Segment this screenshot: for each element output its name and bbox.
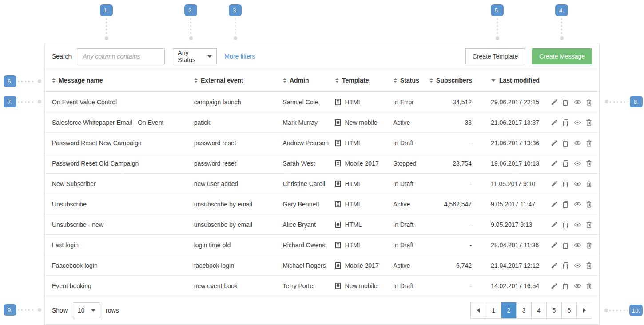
- template-name: HTML: [345, 139, 362, 147]
- cell-subscribers: -: [434, 242, 472, 249]
- preview-eye-icon[interactable]: [574, 201, 581, 208]
- duplicate-icon[interactable]: [562, 160, 569, 167]
- header-cell-message-name[interactable]: Message name: [52, 77, 194, 84]
- edit-icon[interactable]: [551, 282, 558, 289]
- duplicate-icon[interactable]: [562, 119, 569, 126]
- callout-dot: [105, 36, 108, 40]
- cell-status: Stopped: [393, 160, 434, 167]
- header-label: Last modified: [499, 77, 540, 84]
- delete-trash-icon[interactable]: [586, 262, 592, 269]
- cell-external-event: new user added: [194, 180, 283, 187]
- callout-badge: 6.: [4, 75, 16, 87]
- callout-badge: 4.: [555, 4, 568, 16]
- delete-trash-icon[interactable]: [586, 180, 592, 187]
- cell-message-name: Unsubscribe: [52, 201, 194, 208]
- header-cell-status[interactable]: Status: [394, 77, 435, 84]
- preview-eye-icon[interactable]: [574, 242, 581, 249]
- edit-icon[interactable]: [551, 139, 558, 147]
- duplicate-icon[interactable]: [562, 282, 569, 289]
- delete-trash-icon[interactable]: [586, 242, 592, 249]
- cell-admin: Terry Porter: [283, 282, 335, 289]
- callout-badge: 2.: [184, 4, 197, 16]
- delete-trash-icon[interactable]: [586, 99, 592, 106]
- cell-admin: Michael Rogers: [283, 262, 335, 269]
- edit-icon[interactable]: [551, 99, 558, 106]
- header-cell-external-event[interactable]: External event: [194, 77, 283, 84]
- cell-message-name: Faacebook login: [52, 262, 194, 269]
- create-template-button[interactable]: Create Template: [465, 48, 525, 64]
- duplicate-icon[interactable]: [562, 180, 569, 187]
- edit-icon[interactable]: [551, 221, 558, 228]
- delete-trash-icon[interactable]: [586, 119, 592, 126]
- cell-subscribers: 34,512: [434, 99, 472, 106]
- preview-eye-icon[interactable]: [574, 99, 581, 106]
- table-row: Unsubscribe - new unsubscribe by email A…: [45, 214, 599, 235]
- header-cell-subscribers[interactable]: Subscribers: [435, 77, 472, 84]
- status-filter-select[interactable]: Any Status: [173, 48, 217, 64]
- preview-eye-icon[interactable]: [574, 282, 581, 289]
- prev-page-button[interactable]: [471, 302, 486, 318]
- edit-icon[interactable]: [551, 201, 558, 208]
- page-button-2-active[interactable]: 2: [501, 302, 516, 318]
- preview-eye-icon[interactable]: [574, 139, 581, 147]
- cell-external-event: login time old: [194, 242, 283, 249]
- callout-connector: [497, 18, 498, 35]
- page-button-1[interactable]: 1: [486, 302, 501, 318]
- preview-eye-icon[interactable]: [574, 221, 581, 228]
- delete-trash-icon[interactable]: [586, 139, 592, 147]
- delete-trash-icon[interactable]: [586, 160, 592, 167]
- callout-10: 10.: [604, 305, 643, 316]
- rows-per-page-select[interactable]: 10: [73, 302, 100, 318]
- cell-external-event: patick: [194, 119, 283, 126]
- header-cell-template[interactable]: Template: [335, 77, 394, 84]
- cell-admin: Christine Caroll: [283, 180, 335, 187]
- header-label: External event: [201, 77, 243, 84]
- header-cell-last-modified[interactable]: Last modified: [472, 77, 551, 84]
- page-button-4[interactable]: 4: [531, 302, 546, 318]
- preview-eye-icon[interactable]: [574, 160, 581, 167]
- more-filters-link[interactable]: More filters: [224, 53, 255, 60]
- table-header-row: Message name External event Admin Templa…: [45, 69, 599, 92]
- page-button-3[interactable]: 3: [516, 302, 531, 318]
- callout-connector: [18, 101, 36, 103]
- duplicate-icon[interactable]: [562, 139, 569, 147]
- cell-last-modified: 9.05.2017 11:47: [472, 201, 551, 208]
- preview-eye-icon[interactable]: [574, 262, 581, 269]
- callout-4: 4.: [555, 4, 568, 40]
- callout-connector: [190, 18, 191, 35]
- callout-connector: [561, 18, 562, 35]
- cell-status: In Draft: [393, 242, 434, 249]
- duplicate-icon[interactable]: [562, 262, 569, 269]
- cell-last-modified: 21.06.2017 13:37: [472, 119, 551, 126]
- create-message-button[interactable]: Create Message: [532, 48, 592, 64]
- page-button-5[interactable]: 5: [546, 302, 561, 318]
- duplicate-icon[interactable]: [562, 242, 569, 249]
- duplicate-icon[interactable]: [562, 99, 569, 106]
- delete-trash-icon[interactable]: [586, 201, 592, 208]
- cell-status: In Draft: [393, 221, 434, 228]
- preview-eye-icon[interactable]: [574, 180, 581, 187]
- edit-icon[interactable]: [551, 160, 558, 167]
- edit-icon[interactable]: [551, 242, 558, 249]
- cell-status: In Error: [393, 99, 434, 106]
- duplicate-icon[interactable]: [562, 201, 569, 208]
- template-doc-icon: [335, 242, 341, 249]
- edit-icon[interactable]: [551, 262, 558, 269]
- duplicate-icon[interactable]: [562, 221, 569, 228]
- row-actions: [551, 221, 592, 228]
- template-name: HTML: [345, 180, 362, 187]
- cell-message-name: Password Reset New Campaign: [52, 139, 194, 147]
- table-row: Last login login time old Richard Owens …: [45, 235, 599, 255]
- preview-eye-icon[interactable]: [574, 119, 581, 126]
- edit-icon[interactable]: [551, 180, 558, 187]
- delete-trash-icon[interactable]: [586, 221, 592, 228]
- header-cell-admin[interactable]: Admin: [283, 77, 335, 84]
- page-button-6[interactable]: 6: [561, 302, 576, 318]
- edit-icon[interactable]: [551, 119, 558, 126]
- table-row: Unsubscribe unsubscribe by email Gary Be…: [45, 194, 599, 214]
- next-page-button[interactable]: [576, 302, 592, 318]
- cell-template: HTML: [335, 139, 393, 147]
- search-input[interactable]: [77, 48, 165, 64]
- delete-trash-icon[interactable]: [586, 282, 592, 289]
- cell-last-modified: 29.06.2017 22:15: [472, 99, 551, 106]
